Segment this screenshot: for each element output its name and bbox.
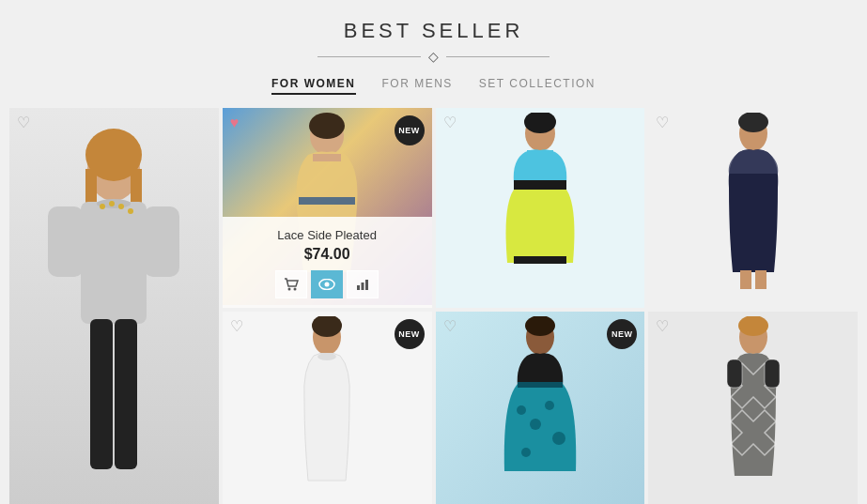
nav-tabs: FOR WOMEN FOR MENS SET COLLECTION (9, 77, 858, 95)
product-figure-svg (493, 316, 587, 504)
svg-rect-17 (299, 197, 355, 205)
page-wrapper: BEST SELLER ◇ FOR WOMEN FOR MENS SET COL… (0, 0, 867, 504)
svg-point-21 (325, 283, 330, 287)
product-figure-svg (493, 113, 587, 300)
svg-point-44 (521, 448, 531, 457)
product-overlay: Lace Side Pleated $74.00 (223, 217, 432, 308)
wishlist-button[interactable]: ♡ (230, 319, 249, 338)
svg-point-47 (738, 316, 768, 336)
product-item[interactable]: ♡ (436, 108, 645, 308)
divider-right (446, 56, 550, 57)
product-item[interactable]: ♡ (648, 312, 858, 504)
overlay-price: $74.00 (232, 246, 423, 263)
svg-rect-16 (313, 154, 341, 161)
product-grid: ♡ (9, 108, 858, 504)
svg-point-15 (309, 113, 345, 139)
svg-point-13 (128, 208, 133, 214)
wishlist-button[interactable]: ♡ (656, 319, 674, 338)
product-figure-svg (706, 113, 800, 300)
svg-rect-5 (48, 206, 84, 277)
page-title: BEST SELLER (9, 19, 858, 43)
svg-rect-29 (527, 150, 534, 158)
svg-point-32 (738, 113, 768, 132)
svg-rect-27 (514, 180, 566, 190)
svg-rect-7 (90, 319, 113, 469)
overlay-actions (232, 270, 423, 298)
svg-point-19 (294, 288, 297, 291)
svg-rect-48 (727, 359, 742, 388)
svg-point-18 (288, 288, 291, 291)
compare-icon (356, 278, 369, 291)
product-item[interactable]: ♡ NEW (436, 312, 645, 504)
page-header: BEST SELLER ◇ (9, 19, 858, 64)
svg-rect-49 (765, 359, 780, 388)
tab-for-mens[interactable]: FOR MENS (382, 77, 453, 95)
tab-set-collection[interactable]: SET COLLECTION (479, 77, 596, 95)
product-image (648, 312, 858, 504)
new-badge: NEW (607, 319, 637, 349)
svg-rect-6 (144, 206, 179, 277)
wishlist-button[interactable]: ♡ (443, 319, 462, 338)
new-badge: NEW (395, 319, 425, 349)
svg-rect-24 (365, 280, 368, 290)
svg-point-42 (545, 401, 554, 410)
header-divider: ◇ (9, 49, 858, 64)
tab-for-women[interactable]: FOR WOMEN (271, 77, 356, 95)
svg-rect-34 (755, 270, 766, 289)
compare-button[interactable] (347, 270, 379, 298)
svg-point-37 (317, 353, 336, 360)
svg-rect-23 (362, 283, 364, 290)
cart-icon (284, 278, 299, 291)
product-item[interactable]: ♡ (648, 108, 858, 308)
add-to-cart-button[interactable] (275, 270, 307, 298)
svg-rect-8 (115, 319, 137, 469)
new-badge: NEW (395, 115, 425, 145)
product-image (648, 108, 858, 305)
product-image (9, 108, 219, 504)
eye-icon (318, 279, 335, 290)
quick-view-button[interactable] (311, 270, 343, 298)
wishlist-button[interactable]: ♡ (656, 115, 674, 134)
wishlist-button[interactable]: ♡ (443, 115, 462, 134)
svg-point-10 (100, 204, 105, 209)
divider-left (317, 56, 421, 57)
product-item[interactable]: ♥ NEW Lace Side Pleated $74.00 (223, 108, 432, 308)
svg-rect-28 (514, 256, 566, 264)
product-item[interactable]: ♡ NEW (223, 312, 432, 504)
product-figure-svg (706, 316, 800, 504)
svg-rect-33 (740, 270, 751, 289)
svg-point-12 (118, 204, 124, 209)
svg-rect-30 (546, 150, 553, 158)
svg-point-11 (109, 201, 115, 206)
product-item[interactable]: ♡ (9, 108, 219, 504)
svg-point-41 (530, 419, 541, 430)
svg-point-40 (517, 405, 526, 415)
wishlist-button[interactable]: ♡ (17, 115, 36, 134)
diamond-icon: ◇ (428, 49, 439, 64)
product-image (436, 108, 645, 305)
svg-point-43 (552, 432, 565, 445)
svg-rect-4 (81, 202, 147, 324)
svg-point-39 (525, 316, 555, 336)
wishlist-button[interactable]: ♥ (230, 115, 249, 134)
svg-rect-45 (518, 382, 563, 388)
svg-rect-22 (357, 285, 360, 290)
product-figure-svg (280, 316, 374, 504)
product-figure-svg (29, 113, 198, 504)
overlay-title: Lace Side Pleated (232, 228, 423, 242)
